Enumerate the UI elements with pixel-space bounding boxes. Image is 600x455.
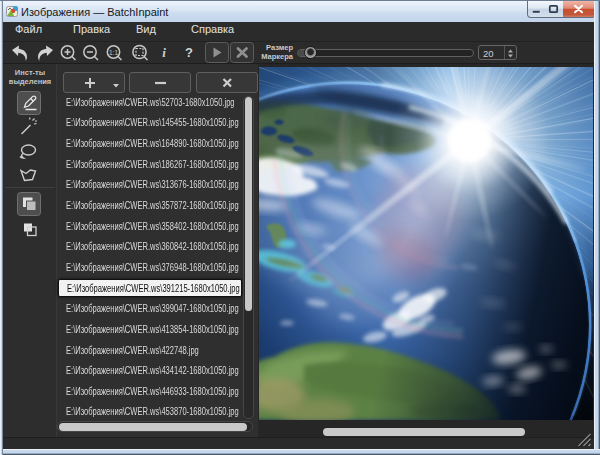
svg-text:i: i <box>162 45 166 60</box>
svg-text:?: ? <box>185 45 193 60</box>
svg-text:1:1: 1:1 <box>109 49 118 56</box>
